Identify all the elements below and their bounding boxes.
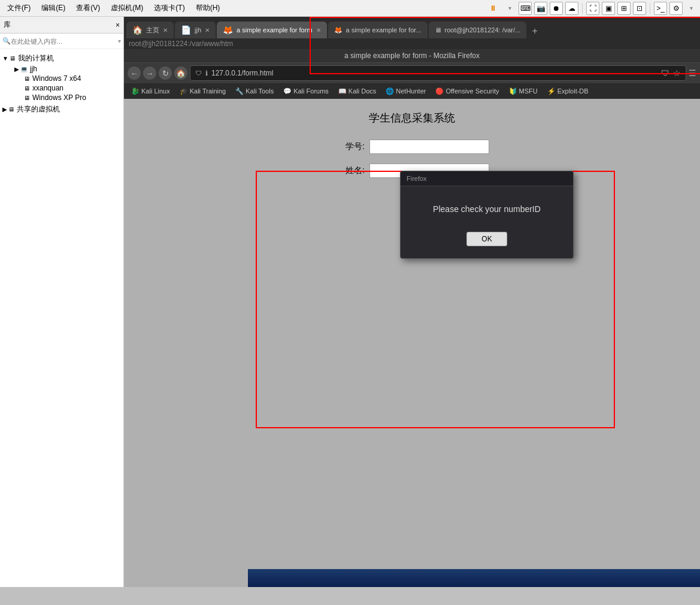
menu-view[interactable]: 查看(V) — [71, 2, 105, 14]
terminal-icon[interactable]: >_ — [654, 2, 667, 15]
tree-row-jjh[interactable]: ▶ 💻 jjh — [0, 64, 123, 74]
tree-row-xxanquan[interactable]: 🖥 xxanquan — [0, 83, 123, 93]
form-row-student-id: 学号: — [335, 140, 489, 154]
settings-icon[interactable]: ⚙ — [669, 2, 683, 15]
menu-vm[interactable]: 虚拟机(M) — [106, 2, 148, 14]
vm-layout: 库 × 🔍 ▾ ▼ 🖥 我的计算机 ▶ 💻 jjh — [0, 17, 700, 587]
expand-icon-shared[interactable]: ▶ — [2, 106, 7, 113]
bookmark-kali-training[interactable]: 🎓 Kali Training — [176, 86, 230, 96]
tree-label-xxanquan: xxanquan — [32, 84, 63, 92]
forward-button[interactable]: → — [143, 66, 156, 80]
student-id-input[interactable] — [369, 140, 489, 154]
search-icon: 🔍 — [2, 37, 11, 45]
browser-tabs-bar: 🏠 主页 ✕ 📄 jjh ✕ 🦊 a simple example for fo… — [124, 17, 700, 38]
tab-terminal[interactable]: 🖥 root@jjh20181224: /var/... — [429, 22, 527, 38]
sidebar-toggle-icon[interactable]: ☰ — [689, 68, 696, 78]
fullscreen-icon[interactable]: ⛶ — [586, 2, 599, 15]
vm-icon-jjh: 💻 — [20, 66, 28, 72]
more-options-icon[interactable]: ··· — [650, 68, 657, 78]
expand-icon-jjh[interactable]: ▶ — [14, 66, 19, 72]
bookmark-msfu[interactable]: 🔰 MSFU — [505, 86, 541, 96]
offensive-security-icon: 🔴 — [435, 87, 444, 95]
new-tab-button[interactable]: + — [528, 24, 542, 38]
info-icon: ℹ — [205, 69, 208, 77]
bookmark-star-icon[interactable]: ☆ — [673, 68, 681, 78]
computer-icon: 🖥 — [10, 55, 16, 62]
bookmark-offensive-security[interactable]: 🔴 Offensive Security — [432, 86, 502, 96]
bookmark-nethunter[interactable]: 🌐 NetHunter — [382, 86, 429, 96]
tree-label-winxp: Windows XP Pro — [32, 93, 86, 102]
bookmark-kali-linux[interactable]: 🐉 Kali Linux — [128, 86, 174, 96]
send-ctrl-alt-del-icon[interactable]: ⌨ — [519, 2, 532, 15]
tree-row-my-computer[interactable]: ▼ 🖥 我的计算机 — [0, 53, 123, 64]
exploit-db-icon: ⚡ — [547, 87, 556, 95]
tab-form-second[interactable]: 🦊 a simple example for for... — [328, 22, 428, 38]
menu-edit[interactable]: 编辑(E) — [37, 2, 70, 14]
tree-row-win7[interactable]: 🖥 Windows 7 x64 — [0, 74, 123, 83]
bookmarks-bar: 🐉 Kali Linux 🎓 Kali Training 🔧 Kali Tool… — [124, 83, 700, 99]
terminal-tab-icon: 🖥 — [435, 26, 441, 34]
bookmark-kali-docs[interactable]: 📖 Kali Docs — [335, 86, 380, 96]
browser-title-bar: root@jjh20181224:/var/www/htm — [124, 38, 700, 49]
vm-icon-winxp: 🖥 — [24, 95, 30, 101]
bookmark-kali-docs-label: Kali Docs — [349, 87, 376, 95]
bookmark-kali-tools-label: Kali Tools — [246, 87, 274, 95]
tree-label-win7: Windows 7 x64 — [32, 74, 81, 83]
tree-node-my-computer: ▼ 🖥 我的计算机 ▶ 💻 jjh 🖥 Windows 7 x64 — [0, 52, 123, 104]
student-id-label: 学号: — [335, 141, 365, 152]
vm-menubar: 文件(F) 编辑(E) 查看(V) 虚拟机(M) 选项卡(T) 帮助(H) ⏸ … — [0, 0, 700, 17]
kali-docs-icon: 📖 — [338, 87, 347, 95]
split-icon[interactable]: ⊞ — [617, 2, 631, 15]
tab-form-close[interactable]: ✕ — [316, 27, 321, 34]
form-tab-icon: 🦊 — [223, 25, 233, 35]
window-icon[interactable]: ▣ — [602, 2, 615, 15]
address-bar[interactable]: 🛡 ℹ 127.0.0.1/form.html ··· 🛡 ☆ — [190, 65, 686, 81]
menu-file[interactable]: 文件(F) — [2, 2, 35, 14]
bookmark-nethunter-label: NetHunter — [396, 87, 426, 95]
tab-home-label: 主页 — [146, 26, 159, 35]
tab-home[interactable]: 🏠 主页 ✕ — [126, 22, 174, 38]
bookmark-kali-tools[interactable]: 🔧 Kali Tools — [232, 86, 277, 96]
expand-icon[interactable]: ▼ — [2, 55, 8, 62]
bookmark-exploit-db[interactable]: ⚡ Exploit-DB — [544, 86, 592, 96]
snapshot-icon[interactable]: 📷 — [534, 2, 547, 15]
alert-header: Firefox — [401, 171, 573, 186]
tree-label-jjh: jjh — [30, 65, 37, 73]
tree-row-shared[interactable]: ▶ 🖥 共享的虚拟机 — [0, 104, 123, 115]
tab-jjh-label: jjh — [195, 26, 201, 34]
shield-icon: 🛡 — [661, 68, 669, 78]
vm-icon-win7: 🖥 — [24, 75, 30, 82]
form-page-title: 学生信息采集系统 — [369, 111, 455, 125]
bookmark-kali-forums[interactable]: 💬 Kali Forums — [280, 86, 332, 96]
kali-tools-icon: 🔧 — [235, 87, 244, 95]
browser-nav-bar: ← → ↻ 🏠 🛡 ℹ 127.0.0.1/form.html ··· 🛡 ☆ … — [124, 63, 700, 83]
browser-content: 学生信息采集系统 学号: 姓名: Firefox Pl — [124, 99, 700, 587]
tree-row-winxp[interactable]: 🖥 Windows XP Pro — [0, 93, 123, 102]
sidebar-search-bar[interactable]: 🔍 ▾ — [0, 34, 123, 49]
tab-jjh-close[interactable]: ✕ — [205, 27, 210, 34]
terminal-tab-label: root@jjh20181224: /var/... — [445, 26, 521, 34]
pause-icon[interactable]: ⏸ — [484, 3, 501, 14]
bookmark-kali-training-label: Kali Training — [190, 87, 226, 95]
my-computer-label: 我的计算机 — [18, 53, 54, 63]
sidebar-close-button[interactable]: × — [116, 21, 120, 29]
bookmark-kali-forums-label: Kali Forums — [293, 87, 329, 95]
dropdown-icon[interactable]: ▾ — [118, 38, 121, 44]
record-icon[interactable]: ⏺ — [550, 2, 563, 15]
back-button[interactable]: ← — [128, 66, 141, 80]
shared-label: 共享的虚拟机 — [17, 104, 60, 114]
sidebar-title: 库 — [4, 20, 11, 30]
upload-icon[interactable]: ☁ — [565, 2, 578, 15]
tab-form[interactable]: 🦊 a simple example for form ✕ — [217, 22, 327, 38]
alert-ok-button[interactable]: OK — [466, 232, 507, 246]
second-tab-label: a simple example for for... — [346, 26, 422, 34]
home-button[interactable]: 🏠 — [174, 66, 187, 80]
menu-help[interactable]: 帮助(H) — [191, 2, 225, 14]
title-bar-subtitle: root@jjh20181224:/var/www/htm — [129, 40, 233, 48]
tab-jjh[interactable]: 📄 jjh ✕ — [175, 22, 216, 38]
refresh-button[interactable]: ↻ — [159, 66, 172, 80]
menu-tab[interactable]: 选项卡(T) — [149, 2, 189, 14]
tab-home-close[interactable]: ✕ — [163, 27, 168, 34]
exit-icon[interactable]: ⊡ — [633, 2, 646, 15]
search-input[interactable] — [11, 38, 118, 45]
